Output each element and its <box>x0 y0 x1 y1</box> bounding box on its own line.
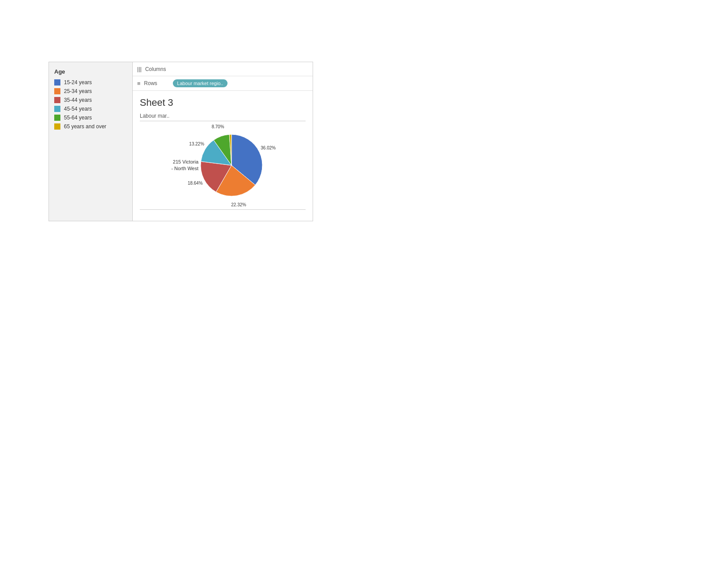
region-label-line2: - North West <box>171 166 198 171</box>
pie-wrapper: 215 Victoria - North West 36.02%22.32%18… <box>161 126 284 205</box>
region-label: 215 Victoria - North West <box>161 159 198 172</box>
rows-pill-button[interactable]: Labour market regio.. <box>173 79 228 87</box>
legend-title: Age <box>54 68 127 75</box>
legend-color-box <box>54 97 60 103</box>
region-label-line1: 215 Victoria <box>173 159 198 164</box>
legend-color-box <box>54 79 60 86</box>
legend-item-label: 25-34 years <box>64 88 92 94</box>
legend-item-label: 65 years and over <box>64 123 106 130</box>
legend-items: 15-24 years25-34 years35-44 years45-54 y… <box>54 79 127 130</box>
legend-item: 15-24 years <box>54 79 127 86</box>
pie-label: 13.22% <box>189 141 204 146</box>
sheet-title: Sheet 3 <box>140 97 306 108</box>
legend-item-label: 55-64 years <box>64 115 92 121</box>
toolbar: ||| Columns ≡ Rows Labour market regio.. <box>133 62 313 91</box>
legend-item: 55-64 years <box>54 115 127 121</box>
legend-panel: Age 15-24 years25-34 years35-44 years45-… <box>49 62 133 221</box>
pie-label: 8.70% <box>212 124 224 129</box>
columns-icon: ||| <box>137 66 142 72</box>
chart-subtitle: Labour mar.. <box>140 113 306 121</box>
main-container: Age 15-24 years25-34 years35-44 years45-… <box>49 62 313 221</box>
legend-color-box <box>54 106 60 112</box>
legend-item-label: 45-54 years <box>64 106 92 112</box>
pie-label: 22.32% <box>231 202 246 207</box>
bottom-border <box>140 209 306 210</box>
legend-color-box <box>54 115 60 121</box>
legend-item-label: 15-24 years <box>64 79 92 86</box>
rows-row: ≡ Rows Labour market regio.. <box>133 76 313 90</box>
legend-color-box <box>54 88 60 94</box>
legend-item: 25-34 years <box>54 88 127 94</box>
pie-label: 18.64% <box>188 181 203 186</box>
legend-item: 35-44 years <box>54 97 127 103</box>
pie-label: 36.02% <box>261 145 276 150</box>
rows-icon: ≡ <box>137 80 141 87</box>
columns-label: Columns <box>145 66 169 72</box>
sheet-content: Sheet 3 Labour mar.. 215 Victoria - Nort… <box>133 91 313 221</box>
legend-color-box <box>54 123 60 130</box>
chart-area: Labour mar.. 215 Victoria - North West 3… <box>140 113 306 210</box>
rows-label: Rows <box>144 80 168 86</box>
columns-row: ||| Columns <box>133 62 313 76</box>
legend-item: 65 years and over <box>54 123 127 130</box>
legend-item: 45-54 years <box>54 106 127 112</box>
right-panel: ||| Columns ≡ Rows Labour market regio..… <box>133 62 313 221</box>
legend-item-label: 35-44 years <box>64 97 92 103</box>
